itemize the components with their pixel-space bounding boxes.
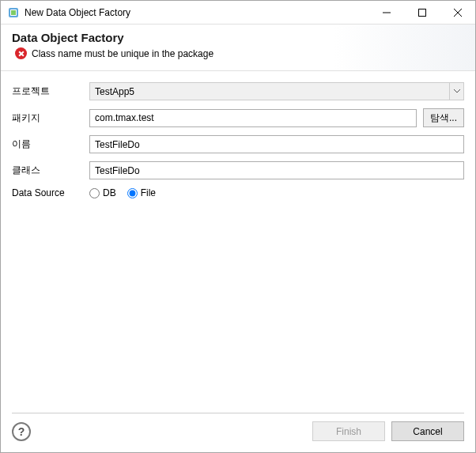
window-title: New Data Object Factory bbox=[25, 7, 368, 18]
project-value: TestApp5 bbox=[95, 86, 134, 97]
class-input[interactable] bbox=[89, 161, 464, 179]
footer-buttons: Finish Cancel bbox=[312, 421, 464, 441]
svg-rect-2 bbox=[11, 10, 16, 15]
name-input[interactable] bbox=[89, 135, 464, 153]
minimize-button[interactable] bbox=[368, 1, 404, 24]
chevron-down-icon bbox=[449, 83, 463, 100]
name-label: 이름 bbox=[12, 138, 83, 151]
maximize-button[interactable] bbox=[404, 1, 440, 24]
svg-rect-4 bbox=[418, 9, 425, 16]
browse-button[interactable]: 탐색... bbox=[423, 108, 464, 127]
finish-button[interactable]: Finish bbox=[312, 421, 385, 441]
package-input[interactable] bbox=[89, 109, 417, 127]
datasource-radio-group: DB File bbox=[89, 187, 156, 198]
page-title: Data Object Factory bbox=[12, 31, 464, 44]
header-area: Data Object Factory Class name must be u… bbox=[1, 25, 475, 71]
error-message: Class name must be unique in the package bbox=[32, 48, 213, 59]
footer: ? Finish Cancel bbox=[1, 413, 475, 452]
close-button[interactable] bbox=[440, 1, 475, 24]
radio-db-input[interactable] bbox=[89, 188, 100, 198]
radio-file-input[interactable] bbox=[127, 188, 138, 198]
error-row: Class name must be unique in the package bbox=[12, 47, 464, 59]
name-row: 이름 bbox=[12, 135, 464, 153]
dialog-window: New Data Object Factory Data Object Fact… bbox=[0, 0, 476, 453]
project-row: 프로젝트 TestApp5 bbox=[12, 82, 464, 100]
class-label: 클래스 bbox=[12, 164, 83, 177]
datasource-row: Data Source DB File bbox=[12, 187, 464, 198]
project-dropdown[interactable]: TestApp5 bbox=[89, 82, 464, 100]
class-row: 클래스 bbox=[12, 161, 464, 179]
package-label: 패키지 bbox=[12, 111, 83, 125]
project-label: 프로젝트 bbox=[12, 85, 83, 98]
radio-db[interactable]: DB bbox=[89, 187, 116, 198]
radio-file[interactable]: File bbox=[127, 187, 156, 198]
datasource-label: Data Source bbox=[12, 187, 83, 198]
help-button[interactable]: ? bbox=[12, 422, 31, 441]
app-icon bbox=[7, 6, 20, 19]
window-controls bbox=[368, 1, 475, 24]
radio-db-label: DB bbox=[103, 187, 116, 198]
form-area: 프로젝트 TestApp5 패키지 탐색... 이름 클래스 Data Sour… bbox=[1, 71, 475, 211]
spacer bbox=[1, 211, 475, 405]
package-row: 패키지 탐색... bbox=[12, 108, 464, 127]
cancel-button[interactable]: Cancel bbox=[391, 421, 464, 441]
titlebar: New Data Object Factory bbox=[1, 1, 475, 25]
radio-file-label: File bbox=[141, 187, 156, 198]
error-icon bbox=[15, 47, 27, 59]
divider-area bbox=[1, 405, 475, 413]
